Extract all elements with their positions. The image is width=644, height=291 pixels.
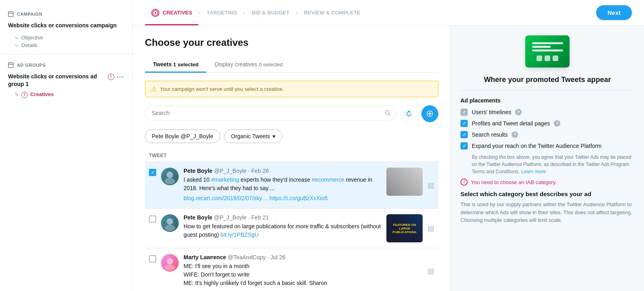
- tweet-checkbox-1[interactable]: [149, 169, 156, 176]
- tweet-avatar-3: [161, 254, 179, 272]
- sidebar-creatives-link[interactable]: ! Creatives: [0, 89, 132, 100]
- ad-group-info-icon[interactable]: !: [108, 74, 114, 80]
- iab-error-icon: !: [460, 178, 468, 186]
- nav-step-review[interactable]: REVIEW & COMPLETE: [297, 0, 367, 25]
- search-row: [145, 105, 438, 122]
- tweet-text-3: ME: I'll see you in a monthWIFE: Don't f…: [184, 262, 423, 287]
- top-nav: CREATIVES › TARGETING › BID & BUDGET › R…: [133, 0, 644, 26]
- iab-error-banner: ! You need to choose an IAB category.: [460, 178, 634, 186]
- tweet-card-icon-3: ▤: [427, 266, 434, 275]
- tweet-item[interactable]: Pete Boyle @P_J_Boyle · Feb 26 I asked 1…: [145, 162, 438, 209]
- left-panel: Choose your creatives Tweets 1 selected …: [133, 26, 451, 291]
- search-input-wrap: [145, 105, 396, 122]
- tweet-header-2: Pete Boyle @P_J_Boyle · Feb 21: [184, 214, 382, 221]
- warning-icon: ⚠: [151, 85, 157, 93]
- tweet-checkbox-3[interactable]: [149, 255, 156, 262]
- svg-point-15: [167, 258, 173, 264]
- iab-desc: This is used by our supply partners with…: [460, 201, 634, 224]
- tweet-header-1: Pete Boyle @P_J_Boyle · Feb 26: [184, 168, 382, 174]
- search-icon-btn[interactable]: [384, 110, 391, 118]
- placement-tap: Expand your reach on the Twitter Audienc…: [460, 142, 634, 150]
- nav-steps: CREATIVES › TARGETING › BID & BUDGET › R…: [145, 0, 367, 25]
- sidebar-details[interactable]: Details: [0, 41, 132, 49]
- placement-search-checkbox[interactable]: [460, 131, 468, 138]
- tweet-body-3: Marty Lawrence @TeaAndCopy · Jul 26 ME: …: [184, 254, 423, 287]
- sidebar: CAMPAIGN Website clicks or conversions c…: [0, 0, 133, 291]
- tweet-checkbox-2[interactable]: [149, 215, 156, 223]
- tweet-item-3[interactable]: Marty Lawrence @TeaAndCopy · Jul 26 ME: …: [145, 248, 438, 291]
- placement-timelines: Users' timelines ?: [460, 109, 634, 116]
- warning-banner: ⚠ Your campaign won't serve until you se…: [145, 81, 438, 97]
- svg-point-11: [167, 172, 173, 178]
- tab-tweets[interactable]: Tweets 1 selected: [145, 56, 206, 72]
- learn-more-link[interactable]: Learn more: [521, 169, 546, 174]
- refresh-button[interactable]: [400, 105, 417, 122]
- placement-search: Search results ?: [460, 131, 634, 138]
- tweet-link-2[interactable]: bit.ly/1PBZSgU: [221, 232, 259, 238]
- nav-step-creatives[interactable]: CREATIVES: [145, 0, 198, 25]
- placement-timelines-checkbox[interactable]: [460, 109, 468, 116]
- chevron-down-icon: ▾: [272, 133, 275, 139]
- svg-rect-2: [8, 63, 13, 68]
- right-divider: [460, 90, 634, 91]
- expand-text: By checking the box above, you agree tha…: [472, 154, 634, 175]
- placement-timelines-help[interactable]: ?: [515, 109, 522, 115]
- ad-group-name: Website clicks or conversions ad group 1…: [0, 71, 132, 89]
- tweet-text-1: I asked 10 #marketing experts how they'd…: [184, 176, 382, 193]
- ad-preview: [525, 35, 570, 68]
- next-button[interactable]: Next: [596, 5, 632, 20]
- tweet-card-icon-2: ▤: [427, 224, 434, 233]
- placement-profiles-checkbox[interactable]: [460, 120, 468, 127]
- search-input[interactable]: [145, 105, 396, 121]
- tabs: Tweets 1 selected Display creatives 0 se…: [145, 56, 438, 73]
- svg-point-13: [167, 218, 173, 225]
- placement-profiles: Profiles and Tweet detail pages ?: [460, 120, 634, 127]
- right-panel: Where your promoted Tweets appear Ad pla…: [451, 26, 644, 291]
- ad-preview-icon-sm-2: [545, 55, 550, 61]
- iab-title: Select which category best describes you…: [460, 191, 634, 197]
- tweet-media-1: [386, 168, 423, 196]
- svg-point-12: [165, 178, 175, 184]
- placement-tap-checkbox[interactable]: [460, 142, 468, 150]
- tweet-list-header: Tweet: [145, 150, 438, 162]
- svg-point-14: [165, 225, 175, 231]
- filter-row: Pete Boyle @P_J_Boyle Organic Tweets ▾: [145, 129, 438, 143]
- campaign-name: Website clicks or conversions campaign: [0, 20, 132, 34]
- creatives-error-icon: !: [21, 92, 28, 98]
- ad-group-more-icon[interactable]: ···: [117, 73, 124, 82]
- compose-button[interactable]: [421, 105, 438, 122]
- ad-preview-icon-sm-1: [537, 55, 542, 61]
- ad-groups-section-header: AD GROUPS: [0, 59, 132, 71]
- tweet-links-1: blog.recart.com/2018/02/07/sky… https://…: [184, 194, 382, 203]
- tweet-link-1a[interactable]: blog.recart.com/2018/02/07/sky…: [184, 195, 268, 201]
- nav-step-bid-budget[interactable]: BID & BUDGET: [245, 0, 296, 25]
- compose-icon: [426, 110, 433, 117]
- placement-search-help[interactable]: ?: [512, 131, 518, 138]
- filter-author[interactable]: Pete Boyle @P_J_Boyle: [145, 129, 220, 143]
- tweet-avatar-1: [161, 168, 179, 185]
- content-area: Choose your creatives Tweets 1 selected …: [133, 26, 644, 291]
- tweet-text-2: How to get featured on large publication…: [184, 222, 382, 239]
- page-title: Choose your creatives: [145, 37, 438, 48]
- right-panel-title: Where your promoted Tweets appear: [460, 76, 634, 84]
- svg-point-5: [155, 12, 156, 14]
- placement-profiles-help[interactable]: ?: [554, 120, 560, 127]
- avatar-image-2: [161, 214, 179, 232]
- tweet-item-2[interactable]: Pete Boyle @P_J_Boyle · Feb 21 How to ge…: [145, 209, 438, 248]
- tweet-header-3: Marty Lawrence @TeaAndCopy · Jul 26: [184, 254, 423, 260]
- nav-step-targeting[interactable]: TARGETING: [200, 0, 244, 25]
- tab-display-creatives[interactable]: Display creatives 0 selected: [206, 56, 291, 72]
- refresh-icon: [405, 110, 413, 117]
- ad-preview-icon-sm-3: [553, 55, 558, 61]
- creatives-step-icon: [151, 9, 159, 17]
- svg-point-16: [165, 264, 175, 271]
- filter-type[interactable]: Organic Tweets ▾: [224, 129, 282, 143]
- tweet-link-1b[interactable]: https://t.co/guBzXxXio5: [269, 195, 328, 201]
- campaign-icon: [8, 11, 14, 17]
- campaign-section-header: CAMPAIGN: [0, 8, 132, 20]
- search-icon: [384, 110, 391, 116]
- sidebar-objective[interactable]: Objective: [0, 34, 132, 41]
- tweet-body-2: Pete Boyle @P_J_Boyle · Feb 21 How to ge…: [184, 214, 382, 239]
- avatar-image-1: [161, 168, 179, 185]
- svg-rect-0: [8, 12, 13, 16]
